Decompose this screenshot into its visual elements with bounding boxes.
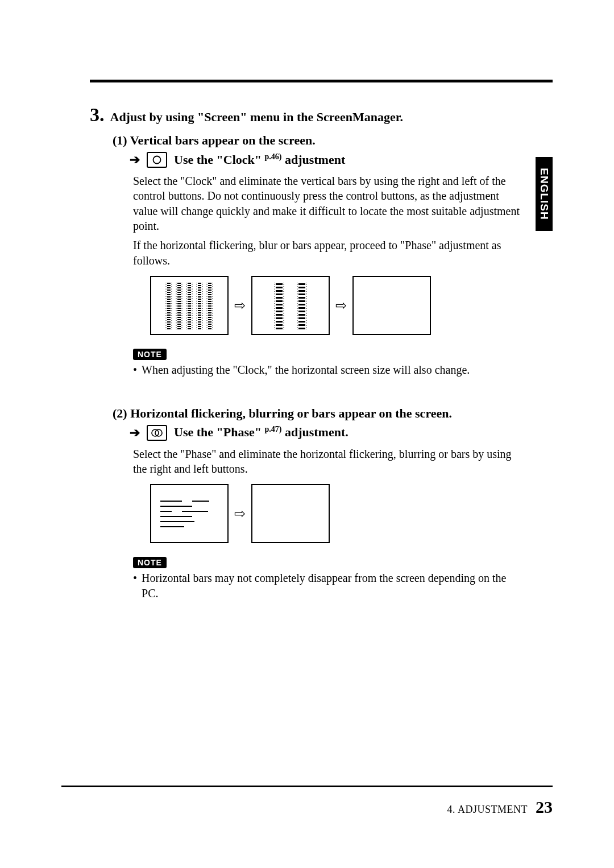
note-text-content: When adjusting the "Clock," the horizont… (142, 362, 470, 377)
section-1-paragraph-2: If the horizontal flickering, blur or ba… (133, 238, 525, 268)
flow-arrow-icon: ⇨ (335, 297, 347, 313)
language-tab: ENGLISH (536, 157, 553, 231)
section-2-action: ➔ Use the "Phase" p.47) adjustment. (130, 425, 525, 441)
screen-hlines (150, 484, 229, 543)
flow-arrow-icon: ⇨ (234, 506, 246, 522)
arrow-icon: ➔ (130, 152, 140, 167)
section-1-paragraph-1: Select the "Clock" and eliminate the ver… (133, 173, 525, 234)
footer-chapter: 4. ADJUSTMENT (447, 804, 528, 816)
bullet-icon: • (133, 571, 137, 601)
note-badge: NOTE (133, 349, 167, 360)
section-2-heading: (2) Horizontal flickering, blurring or b… (113, 404, 525, 423)
section-1-action-text: Use the "Clock" p.46) adjustment (174, 152, 345, 167)
page-footer: 4. ADJUSTMENT 23 (447, 797, 553, 817)
step-number: 3. (90, 105, 105, 125)
note-badge: NOTE (133, 557, 167, 568)
action-prefix: Use the "Phase" (174, 425, 264, 440)
section-2-paragraph: Select the "Phase" and eliminate the hor… (133, 447, 525, 477)
phase-osd-icon (147, 425, 167, 441)
page-ref: p.47) (264, 425, 281, 433)
action-suffix: adjustment (281, 152, 345, 167)
screen-clear (251, 484, 330, 543)
clock-osd-icon (147, 152, 167, 168)
page-ref: p.46) (264, 152, 281, 161)
phase-diagram: ⇨ (150, 484, 525, 543)
step-title: Adjust by using "Screen" menu in the Scr… (110, 105, 403, 126)
document-page: ENGLISH 3. Adjust by using "Screen" menu… (0, 0, 614, 868)
section-2: (2) Horizontal flickering, blurring or b… (113, 404, 525, 601)
flow-arrow-icon: ⇨ (234, 297, 246, 313)
svg-point-0 (154, 156, 161, 163)
screen-clear (352, 276, 431, 335)
section-1: (1) Vertical bars appear on the screen. … (113, 131, 525, 378)
section-2-action-text: Use the "Phase" p.47) adjustment. (174, 425, 349, 440)
step-heading: 3. Adjust by using "Screen" menu in the … (90, 105, 525, 126)
page-content: 3. Adjust by using "Screen" menu in the … (90, 105, 553, 601)
screen-vbars-many (150, 276, 229, 335)
clock-diagram: ⇨ ⇨ (150, 276, 525, 335)
action-suffix: adjustment. (281, 425, 348, 440)
action-prefix: Use the "Clock" (174, 152, 264, 167)
section-2-note: • Horizontal bars may not completely dis… (133, 571, 525, 601)
section-1-action: ➔ Use the "Clock" p.46) adjustment (130, 152, 525, 168)
top-rule (90, 80, 553, 82)
footer-page-number: 23 (536, 797, 553, 817)
language-tab-text: ENGLISH (538, 168, 550, 220)
section-1-note: • When adjusting the "Clock," the horizo… (133, 362, 525, 377)
note-text-content: Horizontal bars may not completely disap… (142, 571, 525, 601)
bullet-icon: • (133, 362, 137, 377)
bottom-rule (61, 786, 553, 787)
screen-vbars-two (251, 276, 330, 335)
arrow-icon: ➔ (130, 425, 140, 440)
section-1-heading: (1) Vertical bars appear on the screen. (113, 131, 525, 150)
